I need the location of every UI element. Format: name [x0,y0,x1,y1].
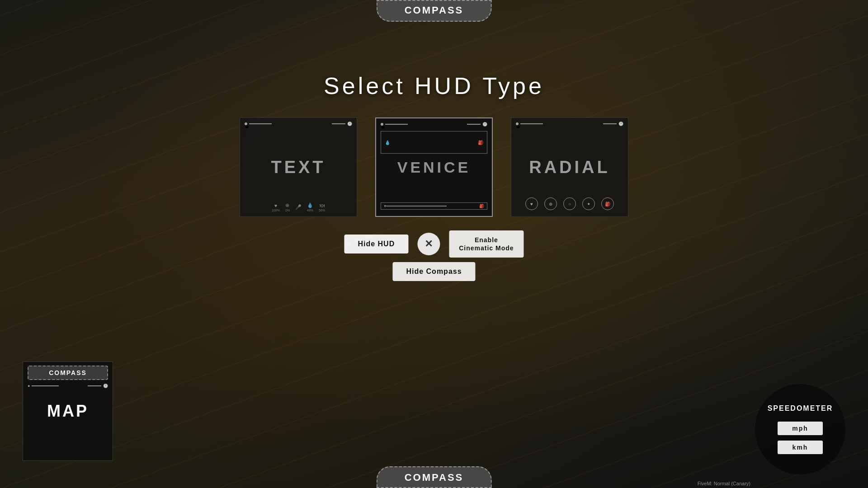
food-label: 56% [319,209,325,212]
enable-cinematic-button[interactable]: Enable Cinematic Mode [449,230,524,258]
speedometer-label: SPEEDOMETER [768,404,833,413]
hud-card-text[interactable]: ● 🕐 TEXT ♥ 100% ⊕ 0% 🎤 [240,117,357,217]
venice-bag-icon: 🎒 [478,140,483,145]
compass-top-label: COMPASS [405,5,464,16]
water-label: 48% [307,209,313,212]
radial-heart-icon: ♥ [525,197,538,210]
radial-bar-left: ● [516,122,543,125]
radial-card-label: RADIAL [529,158,610,177]
text-card-bottom-icons: ♥ 100% ⊕ 0% 🎤 💧 48% 🍽 56% [240,202,357,212]
location-dot-icon: ● [245,122,247,125]
venice-short-line [467,124,481,125]
armor-label: 0% [285,209,290,212]
kmh-button[interactable]: kmh [778,441,823,454]
hide-compass-button[interactable]: Hide Compass [392,262,475,281]
hide-hud-button[interactable]: Hide HUD [344,235,408,253]
radial-bar-right: 🕐 [603,122,623,126]
heart-icon: ♥ [274,203,278,208]
map-title: MAP [23,402,113,421]
radial-shield-icon: ⊕ [544,197,557,210]
radial-short-line [603,123,617,124]
shield-icon: ⊕ [285,202,289,208]
map-clock-icon: 🕐 [103,384,108,388]
radial-circle-icon: ○ [563,197,576,210]
venice-card-label: VENICE [397,159,471,176]
venice-bar-left: ● [381,123,408,126]
map-dot-icon: ● [28,384,30,388]
health-icon-group: ♥ 100% [272,203,280,212]
venice-drop-icon: 💧 [385,140,390,145]
text-card-bar-right: 🕐 [332,122,352,126]
compass-top-pill: COMPASS [377,0,492,22]
cinematic-label-line2: Cinematic Mode [459,244,514,252]
short-bar-line [332,123,345,124]
cinematic-label-line1: Enable [475,236,498,244]
food-icon: 🍽 [320,203,325,208]
radial-bottom-icons: ♥ ⊕ ○ ✦ 🎒 [511,197,628,210]
water-icon-group: 💧 48% [307,202,313,212]
text-card-top-bar: ● 🕐 [240,122,357,126]
action-buttons-row: Hide HUD ✕ Enable Cinematic Mode [344,230,524,258]
armor-icon-group: ⊕ 0% [285,202,290,212]
health-bar-line [249,123,272,124]
radial-location-dot: ● [516,122,519,125]
venice-bottom-bag: 🎒 [479,204,484,208]
map-compass-label: COMPASS [28,366,108,380]
venice-bar-right: 🕐 [467,122,487,127]
radial-health-line [520,123,543,124]
hud-card-venice[interactable]: ● 🕐 💧 🎒 VENICE ♥ 🎒 [375,117,493,217]
hud-cards-container: ● 🕐 TEXT ♥ 100% ⊕ 0% 🎤 [240,117,628,217]
close-button[interactable]: ✕ [417,233,440,255]
venice-card-top-bar: ● 🕐 [376,122,492,127]
food-icon-group: 🍽 56% [319,203,325,212]
page-title: Select HUD Type [324,72,544,99]
venice-inner-frame: 💧 🎒 [381,131,487,154]
map-widget: COMPASS ● 🕐 MAP [23,361,113,461]
mic-icon-group: 🎤 [295,204,302,211]
text-card-bar-left: ● [245,122,272,125]
map-bar-left: ● [28,384,59,388]
radial-card-top-bar: ● 🕐 [511,122,628,126]
version-label: FiveM: Normal (Canary) [698,481,750,486]
radial-star-icon: ✦ [582,197,595,210]
map-short-line [88,385,101,386]
clock-icon: 🕐 [347,122,352,126]
map-health-line [32,385,59,386]
venice-clock-icon: 🕐 [482,122,487,127]
text-card-label: TEXT [271,158,326,177]
compass-bottom-label: COMPASS [405,472,464,483]
mic-icon: 🎤 [295,204,302,210]
water-icon: 💧 [307,202,313,208]
mph-button[interactable]: mph [778,422,823,435]
map-bar-right: 🕐 [88,384,108,388]
compass-bottom-pill: COMPASS [377,466,492,488]
map-widget-bar: ● 🕐 [28,384,108,388]
health-label: 100% [272,209,280,212]
radial-bag-icon: 🎒 [601,197,614,210]
hud-card-radial[interactable]: ● 🕐 RADIAL ♥ ⊕ ○ ✦ 🎒 [511,117,628,217]
speedometer-widget: SPEEDOMETER mph kmh [755,384,845,474]
radial-clock-icon: 🕐 [618,122,623,126]
venice-bottom-bar: ♥ 🎒 [381,202,487,210]
venice-progress-fill [386,206,446,206]
venice-health-line [385,124,408,125]
venice-location-dot: ● [381,123,383,126]
